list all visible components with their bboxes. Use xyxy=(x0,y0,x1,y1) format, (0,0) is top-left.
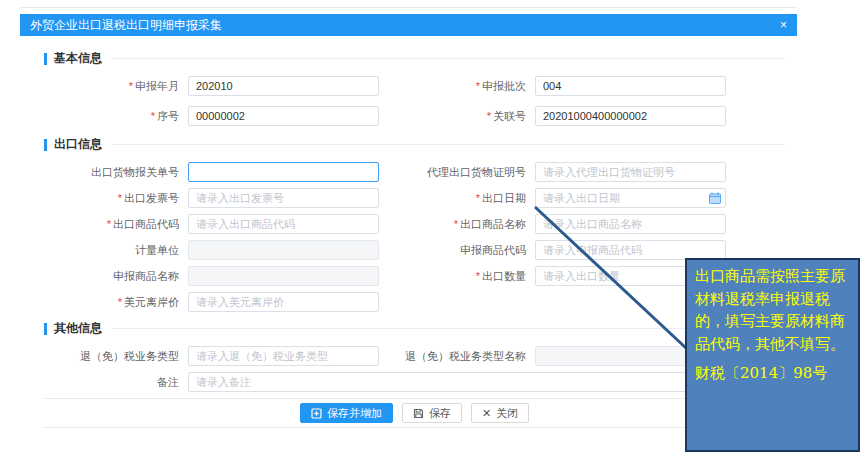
save-icon xyxy=(413,408,424,419)
close-button[interactable]: ✕ 关闭 xyxy=(471,403,529,423)
field-declare-commodity-code: 申报商品代码 xyxy=(379,240,726,260)
field-relation-no: *关联号 xyxy=(379,106,726,126)
field-export-date: *出口日期 xyxy=(379,188,726,208)
section-divider xyxy=(112,58,785,59)
tax-business-type-label: 退（免）税业务类型 xyxy=(80,350,179,362)
declare-batch-label: 申报批次 xyxy=(482,80,526,92)
field-remark: 备注 xyxy=(44,372,724,392)
required-asterisk: * xyxy=(151,110,155,122)
export-commodity-code-input[interactable] xyxy=(188,214,379,234)
field-usd-fob-price: *美元离岸价 xyxy=(44,292,379,312)
field-export-quantity: *出口数量 xyxy=(379,266,726,286)
calendar-icon[interactable] xyxy=(709,192,721,204)
section-accent-bar xyxy=(44,139,47,151)
required-asterisk: * xyxy=(107,218,111,230)
field-declare-commodity-name: 申报商品名称 xyxy=(44,266,379,286)
field-declare-month: *申报年月 xyxy=(44,76,379,96)
section-basic-info: 基本信息 xyxy=(44,50,785,67)
declare-commodity-code-label: 申报商品代码 xyxy=(460,244,526,256)
required-asterisk: * xyxy=(476,192,480,204)
unit-label: 计量单位 xyxy=(135,244,179,256)
required-asterisk: * xyxy=(476,80,480,92)
save-button[interactable]: 保存 xyxy=(402,403,462,423)
export-commodity-name-input[interactable] xyxy=(535,214,726,234)
modal-footer: 保存并增加 保存 ✕ 关闭 xyxy=(44,398,785,428)
annotation-text: 出口商品需按照主要原材料退税率申报退税的，填写主要原材料商品代码，其他不填写。 xyxy=(695,265,850,355)
save-and-add-button[interactable]: 保存并增加 xyxy=(300,403,393,423)
agent-export-cert-no-label: 代理出口货物证明号 xyxy=(427,166,526,178)
declare-commodity-code-input[interactable] xyxy=(535,240,726,260)
section-title: 出口信息 xyxy=(54,136,102,153)
required-asterisk: * xyxy=(118,296,122,308)
declaration-modal: 外贸企业出口退税出口明细申报采集 × 基本信息 *申报年月 *申报批次 xyxy=(20,14,797,428)
serial-no-input[interactable] xyxy=(188,106,379,126)
section-accent-bar xyxy=(44,53,47,65)
close-icon[interactable]: × xyxy=(780,19,787,31)
field-tax-business-type-name: 退（免）税业务类型名称 xyxy=(379,346,726,366)
field-serial-no: *序号 xyxy=(44,106,379,126)
agent-export-cert-no-input[interactable] xyxy=(535,162,726,182)
export-invoice-no-label: 出口发票号 xyxy=(124,192,179,204)
section-other-info: 其他信息 xyxy=(44,320,785,337)
field-tax-business-type: 退（免）税业务类型 xyxy=(44,346,379,366)
field-declare-batch: *申报批次 xyxy=(379,76,726,96)
required-asterisk: * xyxy=(118,192,122,204)
usd-fob-price-input[interactable] xyxy=(188,292,379,312)
annotation-note: 出口商品需按照主要原材料退税率申报退税的，填写主要原材料商品代码，其他不填写。 … xyxy=(685,258,860,452)
field-unit: 计量单位 xyxy=(44,240,379,260)
export-commodity-code-label: 出口商品代码 xyxy=(113,218,179,230)
section-title: 其他信息 xyxy=(54,320,102,337)
customs-declaration-no-label: 出口货物报关单号 xyxy=(91,166,179,178)
export-invoice-no-input[interactable] xyxy=(188,188,379,208)
section-export-info: 出口信息 xyxy=(44,136,785,153)
section-accent-bar xyxy=(44,323,47,335)
top-divider xyxy=(20,7,797,8)
export-commodity-name-label: 出口商品名称 xyxy=(460,218,526,230)
field-agent-export-cert-no: 代理出口货物证明号 xyxy=(379,162,726,182)
modal-title: 外贸企业出口退税出口明细申报采集 xyxy=(30,17,222,34)
declare-month-input[interactable] xyxy=(188,76,379,96)
declare-batch-input[interactable] xyxy=(535,76,726,96)
section-title: 基本信息 xyxy=(54,50,102,67)
export-date-label: 出口日期 xyxy=(482,192,526,204)
field-export-invoice-no: *出口发票号 xyxy=(44,188,379,208)
unit-input xyxy=(188,240,379,260)
field-export-commodity-name: *出口商品名称 xyxy=(379,214,726,234)
close-x-icon: ✕ xyxy=(482,407,491,420)
section-divider xyxy=(112,144,785,145)
export-date-input[interactable] xyxy=(535,188,726,208)
required-asterisk: * xyxy=(129,80,133,92)
usd-fob-price-label: 美元离岸价 xyxy=(124,296,179,308)
remark-label: 备注 xyxy=(157,376,179,388)
required-asterisk: * xyxy=(487,110,491,122)
save-and-add-label: 保存并增加 xyxy=(327,406,382,421)
relation-no-input[interactable] xyxy=(535,106,726,126)
field-customs-declaration-no: 出口货物报关单号 xyxy=(44,162,379,182)
close-label: 关闭 xyxy=(496,406,518,421)
declare-month-label: 申报年月 xyxy=(135,80,179,92)
modal-content: 基本信息 *申报年月 *申报批次 *序号 *关联号 xyxy=(20,36,797,428)
declare-commodity-name-label: 申报商品名称 xyxy=(113,270,179,282)
required-asterisk: * xyxy=(476,270,480,282)
annotation-reference: 财税〔2014〕98号 xyxy=(695,362,850,385)
modal-titlebar: 外贸企业出口退税出口明细申报采集 × xyxy=(20,14,797,36)
field-export-commodity-code: *出口商品代码 xyxy=(44,214,379,234)
relation-no-label: 关联号 xyxy=(493,110,526,122)
remark-input[interactable] xyxy=(188,372,724,392)
tax-business-type-name-label: 退（免）税业务类型名称 xyxy=(405,350,526,362)
export-quantity-label: 出口数量 xyxy=(482,270,526,282)
save-label: 保存 xyxy=(429,406,451,421)
tax-business-type-input[interactable] xyxy=(188,346,379,366)
serial-no-label: 序号 xyxy=(157,110,179,122)
page: 外贸企业出口退税出口明细申报采集 × 基本信息 *申报年月 *申报批次 xyxy=(0,0,867,465)
declare-commodity-name-input xyxy=(188,266,379,286)
save-plus-icon xyxy=(311,408,322,419)
required-asterisk: * xyxy=(454,218,458,230)
customs-declaration-no-input[interactable] xyxy=(188,162,379,182)
